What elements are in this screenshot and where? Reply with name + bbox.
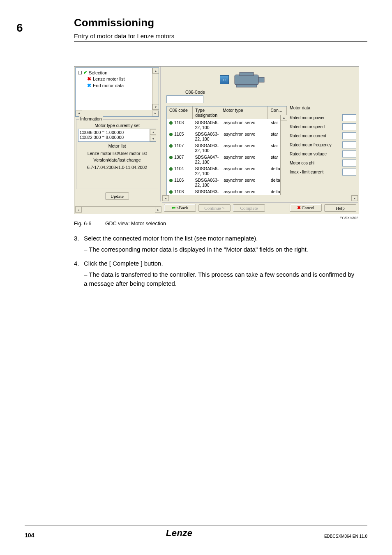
list-item: C0086:000 = 1.000000	[80, 130, 154, 135]
field-label: Rated motor current	[290, 134, 342, 138]
step-sub: The data is transferred to the controlle…	[84, 271, 354, 287]
field-input[interactable]	[342, 114, 356, 121]
bullet-icon	[169, 144, 173, 148]
continue-button[interactable]: Continue >	[198, 204, 231, 212]
table-row[interactable]: 1107SDSGA063-32, 100asynchron servostar	[167, 142, 287, 154]
scroll-left-icon[interactable]: ◂	[75, 207, 82, 213]
bullet-icon	[169, 133, 173, 136]
motor-data-field: Motor cos phi	[290, 160, 356, 166]
svg-rect-2	[240, 72, 254, 76]
field-input[interactable]	[342, 160, 356, 166]
field-input[interactable]	[342, 169, 356, 176]
group-title: Information	[79, 116, 103, 121]
field-label: Imax - limit current	[290, 170, 342, 174]
information-group: Information Motor type currently set C00…	[76, 119, 158, 189]
back-button[interactable]: ⇐<Back	[164, 204, 196, 212]
motor-data-field: Rated motor speed	[290, 123, 356, 130]
wizard-button-bar: ⇐<Back Continue > Complete ✖Cancel Help	[162, 202, 358, 213]
scroll-right-icon[interactable]: ▸	[351, 195, 358, 201]
step-number: 4.	[74, 259, 84, 289]
field-input[interactable]	[342, 150, 356, 157]
scrollbar-horizontal[interactable]: ◂ ▸	[76, 110, 159, 116]
tree-item-lenze[interactable]: Lenze motor list	[93, 76, 125, 81]
field-input[interactable]	[342, 141, 356, 148]
motor-data-field: Rated motor current	[290, 132, 356, 139]
scroll-up-icon[interactable]: ▴	[281, 115, 287, 120]
table-row[interactable]: 1307SDSGA047-22, 100asynchron servostar	[167, 154, 287, 165]
c86-label: C86-Code	[185, 90, 205, 95]
field-label: Rated motor power	[290, 116, 342, 120]
svg-rect-1	[258, 77, 264, 82]
scrollbar-horizontal[interactable]: ◂ ▸	[162, 195, 358, 201]
help-button[interactable]: Help	[324, 204, 356, 212]
bullet-icon	[169, 167, 173, 171]
motor-type-list[interactable]: C0086:000 = 1.000000 C0822:000 = 8.00000…	[78, 129, 156, 142]
complete-button[interactable]: Complete	[233, 204, 265, 212]
brand-logo: Lenze	[166, 528, 193, 539]
close-icon: ✖	[297, 205, 301, 210]
figure-number: Fig. 6-6	[74, 221, 91, 227]
header-rule	[74, 41, 367, 42]
step-number: 3.	[74, 234, 84, 254]
motor-icon	[231, 71, 267, 89]
field-input[interactable]	[342, 132, 356, 139]
field-input[interactable]	[342, 123, 356, 130]
document-id: EDBCSXM064 EN 11.0	[324, 534, 367, 539]
tree-item-end[interactable]: End motor data	[93, 83, 124, 88]
col-motor[interactable]: Motor type	[220, 106, 268, 119]
version-label: Version/date/last change	[78, 157, 156, 162]
tree-root[interactable]: Selection	[89, 70, 107, 75]
check-icon: ✔	[83, 70, 87, 75]
chapter-title: Commissioning	[74, 16, 367, 29]
page-number: 104	[25, 532, 34, 539]
update-button[interactable]: Update	[105, 192, 129, 200]
tree-pane[interactable]: -✔Selection ✖Lenze motor list ✖End motor…	[75, 67, 159, 117]
scroll-up-icon[interactable]: ▴	[152, 68, 159, 74]
gdc-screenshot: -✔Selection ✖Lenze motor list ✖End motor…	[74, 66, 359, 214]
motor-grid[interactable]: C86 code Type designation Motor type Con…	[166, 106, 287, 199]
image-id: ECSXA302	[74, 216, 358, 220]
figure-text: GDC view: Motor selection	[105, 221, 166, 227]
motor-type-label: Motor type currently set	[78, 123, 156, 128]
step-sub: The corresponding motor data is displaye…	[89, 246, 308, 253]
scroll-right-icon[interactable]: ▸	[152, 111, 159, 116]
motor-data-field: Rated motor power	[290, 114, 356, 121]
scroll-left-icon[interactable]: ◂	[76, 111, 82, 116]
motor-data-panel: Motor data Rated motor powerRated motor …	[290, 105, 356, 178]
step-text: Select the connected motor from the list…	[84, 234, 359, 243]
step-text: Click the [ Complete ] button.	[84, 259, 359, 268]
chapter-number: 6	[16, 21, 23, 35]
scrollbar-horizontal[interactable]: ◂ ▸	[75, 206, 161, 213]
field-label: Motor cos phi	[290, 161, 342, 165]
c86-input[interactable]	[166, 95, 203, 103]
field-label: Rated motor frequency	[290, 143, 342, 147]
table-row[interactable]: 1104SDSGA056-22, 100asynchron servodelta	[167, 165, 287, 177]
scrollbar-vertical[interactable]: ▴ ▾	[152, 68, 159, 110]
left-panel: -✔Selection ✖Lenze motor list ✖End motor…	[74, 67, 161, 201]
motor-list-value: Lenze motor list/User motor list	[78, 151, 156, 156]
field-label: Rated motor voltage	[290, 152, 342, 156]
col-type[interactable]: Type designation	[193, 106, 220, 119]
table-row[interactable]: 1106SDSGA063-22, 100asynchron servodelta	[167, 177, 287, 188]
col-c86[interactable]: C86 code	[167, 106, 193, 119]
scroll-right-icon[interactable]: ▸	[155, 207, 161, 213]
scroll-left-icon[interactable]: ◂	[162, 195, 169, 201]
scrollbar-vertical[interactable]: ▴ ▾	[280, 115, 287, 199]
table-row[interactable]: 1105SDSGA063-22, 100asynchron servostar	[167, 131, 287, 142]
field-label: Rated motor speed	[290, 125, 342, 129]
subtitle: Entry of motor data for Lenze motors	[74, 32, 367, 39]
page-footer: 104 Lenze EDBCSXM064 EN 11.0	[25, 525, 367, 539]
scroll-down-icon[interactable]: ▾	[152, 104, 159, 110]
motor-data-field: Rated motor voltage	[290, 150, 356, 157]
list-item: C0822:000 = 8.000000	[80, 135, 154, 140]
table-row[interactable]: 1103SDSGA056-22, 100asynchron servostar	[167, 119, 287, 131]
x-icon: ✖	[87, 83, 91, 88]
scroll-up-icon[interactable]: ▴	[150, 129, 156, 135]
bullet-icon	[169, 121, 173, 125]
svg-rect-3	[236, 85, 257, 87]
cancel-button[interactable]: ✖Cancel	[290, 204, 322, 212]
step-4: 4. Click the [ Complete ] button. –The d…	[74, 259, 359, 289]
motor-data-field: Imax - limit current	[290, 169, 356, 176]
motor-data-title: Motor data	[290, 105, 356, 110]
scroll-down-icon[interactable]: ▾	[150, 136, 156, 141]
